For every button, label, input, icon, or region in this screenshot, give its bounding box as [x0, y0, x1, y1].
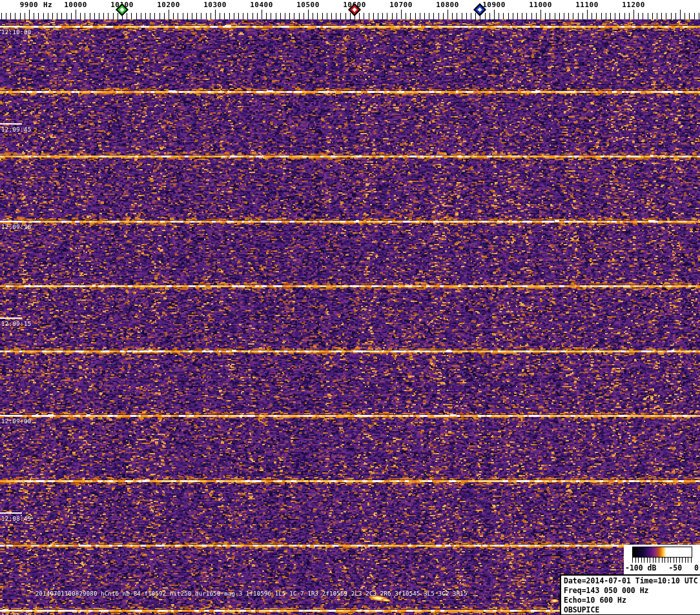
legend-max-label: 0	[694, 563, 699, 572]
red-marker-core-icon	[352, 7, 356, 12]
colormap-labels: -100 dB -50 0	[625, 563, 699, 572]
observation-info-box: Date=2014-07-01 Time=10:10 UTC Freq=143 …	[560, 574, 700, 615]
freq-tick-label-11100: 11100	[575, 1, 599, 9]
legend-mid-label: -50	[668, 563, 682, 572]
time-label-120915: 12:09:15	[1, 321, 32, 327]
green-marker-core-icon	[119, 7, 124, 12]
frequency-unit-label: Hz	[43, 1, 52, 9]
freq-tick-label-9900: 9900	[20, 1, 39, 9]
colormap-ruler-ticks	[632, 558, 692, 563]
time-label-120845: 12:08:45	[1, 516, 32, 522]
freq-tick-label-10800: 10800	[436, 1, 459, 9]
spectrogram-waterfall	[0, 19, 700, 615]
blue-marker-core-icon	[478, 7, 482, 12]
time-label-120900: 12:09:00	[1, 418, 32, 425]
freq-tick-label-11000: 11000	[529, 1, 552, 9]
spectrogram-screen: 9900100001010010200103001040010500106001…	[0, 0, 700, 615]
time-label-120930: 12:09:30	[1, 224, 32, 230]
time-label-121000: 12:10:00	[1, 29, 32, 35]
legend-min-label: -100 dB	[625, 563, 656, 572]
info-frequency: Freq=143 050 000 Hz	[564, 586, 700, 596]
freq-tick-label-10500: 10500	[296, 1, 320, 9]
colormap-gradient-bar	[632, 547, 692, 558]
freq-tick-label-10400: 10400	[250, 1, 273, 9]
detection-info-line: 20140701100829080 hCnt6 nb-84 f10592 hit…	[36, 590, 468, 597]
frequency-axis: 9900100001010010200103001040010500106001…	[0, 0, 700, 19]
freq-tick-label-10700: 10700	[389, 1, 413, 9]
info-station-name: OBSUPICE	[564, 605, 700, 615]
info-echo-frequency: Echo=10 600 Hz	[564, 596, 700, 605]
intensity-scale-legend: -100 dB -50 0	[624, 545, 700, 575]
freq-tick-label-10000: 10000	[64, 1, 87, 9]
time-label-120945: 12:09:45	[1, 126, 32, 133]
freq-tick-label-10900: 10900	[482, 1, 506, 9]
freq-tick-label-10200: 10200	[157, 1, 180, 9]
freq-tick-label-10300: 10300	[203, 1, 227, 9]
freq-tick-label-11200: 11200	[622, 1, 645, 9]
info-date-time: Date=2014-07-01 Time=10:10 UTC	[564, 576, 700, 586]
